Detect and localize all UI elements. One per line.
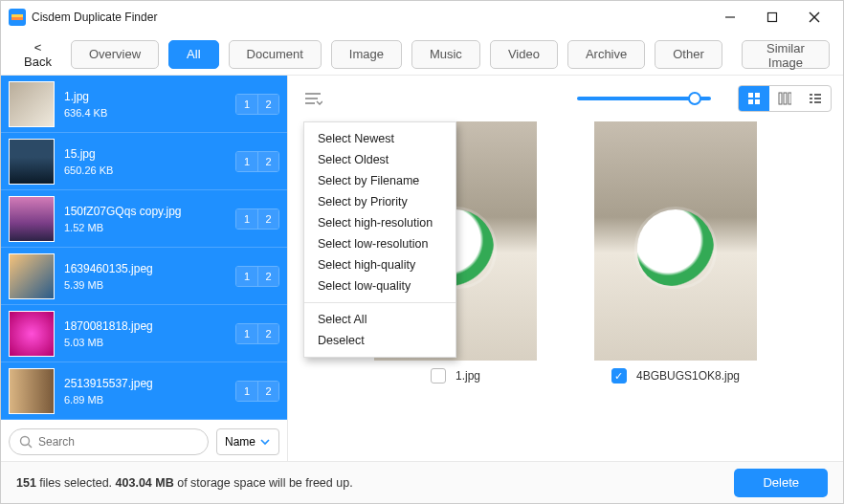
- file-size-label: 1.52 MB: [64, 222, 235, 233]
- menu-item[interactable]: Select by Filename: [304, 170, 455, 191]
- dup-badge[interactable]: 2: [257, 209, 278, 229]
- close-button[interactable]: [793, 6, 835, 29]
- svg-rect-13: [755, 93, 760, 98]
- select-checkbox[interactable]: [431, 368, 446, 383]
- sort-select[interactable]: Name: [216, 428, 279, 455]
- view-grid-button[interactable]: [739, 86, 769, 111]
- svg-rect-17: [784, 93, 787, 104]
- file-name-label: 1.jpg: [64, 90, 235, 103]
- menu-item[interactable]: Select by Priority: [304, 191, 455, 212]
- search-icon: [19, 435, 33, 449]
- search-input-wrap[interactable]: [9, 428, 209, 455]
- dup-badge[interactable]: 2: [257, 152, 278, 171]
- svg-rect-19: [810, 94, 812, 96]
- titlebar: Cisdem Duplicate Finder: [1, 1, 843, 33]
- preview-pane: 1.jpg4BGBUGS1OK8.jpg Select NewestSelect…: [288, 76, 843, 461]
- window-title: Cisdem Duplicate Finder: [32, 11, 709, 24]
- search-input[interactable]: [38, 435, 198, 449]
- view-columns-button[interactable]: [769, 86, 800, 111]
- svg-point-7: [21, 437, 30, 446]
- delete-button[interactable]: Delete: [734, 469, 828, 497]
- svg-rect-18: [788, 93, 791, 104]
- menu-item[interactable]: Select Oldest: [304, 149, 455, 170]
- file-name-label: 1870081818.jpeg: [64, 319, 235, 333]
- preview-card[interactable]: 4BGBUGS1OK8.jpg: [594, 121, 757, 383]
- svg-rect-12: [748, 93, 753, 98]
- list-item[interactable]: 1639460135.jpeg5.39 MB12: [1, 248, 287, 305]
- statusbar: 151 files selected. 403.04 MB of storage…: [1, 461, 843, 503]
- app-icon: [9, 9, 26, 26]
- dup-badge[interactable]: 1: [236, 382, 257, 401]
- menu-item[interactable]: Select high-resolution: [304, 212, 455, 233]
- file-name-label: 150fZ07GQqs copy.jpg: [64, 205, 235, 218]
- list-item[interactable]: 1870081818.jpeg5.03 MB12: [1, 305, 287, 362]
- file-name-label: 2513915537.jpeg: [64, 377, 235, 390]
- similar-image-button[interactable]: Similar Image: [742, 40, 830, 69]
- svg-rect-24: [814, 101, 821, 103]
- dup-count-badges[interactable]: 12: [235, 323, 279, 344]
- file-name-label: 15.jpg: [64, 147, 235, 161]
- dup-count-badges[interactable]: 12: [235, 266, 279, 287]
- file-meta: 1639460135.jpeg5.39 MB: [64, 262, 235, 291]
- menu-item[interactable]: Select high-quality: [304, 254, 455, 275]
- dup-count-badges[interactable]: 12: [235, 151, 279, 172]
- tab-other[interactable]: Other: [655, 40, 722, 69]
- dup-count-badges[interactable]: 12: [235, 381, 279, 402]
- file-list[interactable]: 1.jpg636.4 KB1215.jpg650.26 KB12150fZ07G…: [1, 76, 287, 423]
- menu-item[interactable]: Select low-resolution: [304, 233, 455, 254]
- back-button[interactable]: < Back: [14, 34, 61, 75]
- tab-video[interactable]: Video: [490, 40, 558, 69]
- dup-count-badges[interactable]: 12: [235, 94, 279, 115]
- minimize-button[interactable]: [709, 6, 751, 29]
- svg-rect-21: [810, 98, 812, 99]
- dup-badge[interactable]: 2: [257, 324, 278, 343]
- preview-image[interactable]: [594, 121, 757, 361]
- tab-archive[interactable]: Archive: [567, 40, 645, 69]
- select-checkbox[interactable]: [611, 368, 627, 383]
- file-meta: 150fZ07GQqs copy.jpg1.52 MB: [64, 205, 235, 233]
- tab-image[interactable]: Image: [331, 40, 402, 69]
- dup-badge[interactable]: 2: [257, 382, 278, 401]
- list-item[interactable]: 2513915537.jpeg6.89 MB12: [1, 362, 287, 420]
- dup-badge[interactable]: 2: [257, 95, 278, 114]
- selection-menu-button[interactable]: [300, 85, 326, 112]
- dup-badge[interactable]: 1: [236, 324, 257, 343]
- menu-item[interactable]: Select All: [304, 309, 455, 330]
- file-meta: 1870081818.jpeg5.03 MB: [64, 319, 235, 348]
- overview-button[interactable]: Overview: [71, 40, 159, 69]
- sidebar: 1.jpg636.4 KB1215.jpg650.26 KB12150fZ07G…: [1, 76, 288, 461]
- list-item[interactable]: 15.jpg650.26 KB12: [1, 133, 287, 190]
- thumbnail: [9, 311, 55, 357]
- menu-item[interactable]: Select Newest: [304, 128, 455, 149]
- maximize-button[interactable]: [751, 6, 793, 29]
- file-size-label: 636.4 KB: [64, 107, 235, 119]
- list-item[interactable]: 1.jpg636.4 KB12: [1, 76, 287, 133]
- menu-item[interactable]: Deselect: [304, 330, 455, 351]
- svg-rect-16: [779, 93, 782, 104]
- view-list-button[interactable]: [800, 86, 831, 111]
- dup-badge[interactable]: 1: [236, 267, 257, 286]
- thumbnail-size-slider[interactable]: [577, 97, 711, 100]
- view-mode-group: [738, 85, 832, 112]
- thumbnail: [9, 368, 55, 414]
- list-item[interactable]: 150fZ07GQqs copy.jpg1.52 MB12: [1, 190, 287, 248]
- tab-document[interactable]: Document: [229, 40, 322, 69]
- menu-item[interactable]: Select low-quality: [304, 275, 455, 296]
- file-size-label: 5.39 MB: [64, 279, 235, 291]
- thumbnail: [9, 196, 55, 242]
- status-text: 151 files selected. 403.04 MB of storage…: [16, 476, 353, 490]
- dup-badge[interactable]: 1: [236, 95, 257, 114]
- preview-caption: 4BGBUGS1OK8.jpg: [636, 369, 740, 383]
- file-meta: 2513915537.jpeg6.89 MB: [64, 377, 235, 405]
- thumbnail: [9, 81, 55, 127]
- svg-rect-4: [768, 13, 777, 22]
- file-size-label: 6.89 MB: [64, 394, 235, 405]
- dup-count-badges[interactable]: 12: [235, 208, 279, 230]
- preview-caption: 1.jpg: [455, 369, 480, 383]
- selection-context-menu[interactable]: Select NewestSelect OldestSelect by File…: [303, 121, 456, 358]
- dup-badge[interactable]: 1: [236, 209, 257, 229]
- dup-badge[interactable]: 2: [257, 267, 278, 286]
- tab-music[interactable]: Music: [411, 40, 480, 69]
- dup-badge[interactable]: 1: [236, 152, 257, 171]
- tab-all[interactable]: All: [168, 40, 218, 69]
